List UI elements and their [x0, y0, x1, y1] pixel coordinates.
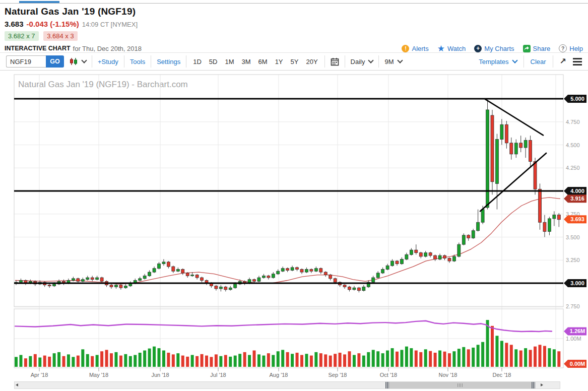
volume-series: [15, 320, 560, 367]
svg-text:4.000: 4.000: [570, 188, 584, 194]
svg-text:Jun '18: Jun '18: [151, 372, 169, 378]
svg-text:1.00M: 1.00M: [566, 336, 581, 342]
scroll-handle-right[interactable]: [532, 382, 535, 388]
svg-text:Natural Gas Jan '19 (NGF19) -: Natural Gas Jan '19 (NGF19) - Barchart.c…: [18, 80, 188, 89]
svg-text:Oct '18: Oct '18: [380, 372, 398, 378]
svg-text:2.750: 2.750: [566, 303, 580, 309]
svg-text:1.26M: 1.26M: [570, 328, 585, 334]
price-axis-labels: 4.7504.5004.2503.7503.5003.2502.7501.00M: [566, 119, 581, 342]
svg-text:Sep '18: Sep '18: [329, 372, 347, 378]
scroll-handle-left[interactable]: [385, 382, 389, 388]
svg-text:Nov '18: Nov '18: [439, 372, 458, 378]
svg-text:4.500: 4.500: [566, 142, 580, 148]
svg-text:5.000: 5.000: [570, 96, 584, 102]
scroll-left-arrow-icon[interactable]: [16, 383, 18, 386]
price-chart-canvas[interactable]: Natural Gas Jan '19 (NGF19) - Barchart.c…: [0, 0, 588, 391]
chart-scrollbar-track[interactable]: [14, 381, 560, 389]
svg-text:0.00M: 0.00M: [570, 361, 585, 367]
chart-scrollbar-thumb[interactable]: [385, 382, 535, 388]
drawn-lines: [14, 99, 563, 283]
scroll-grip-icon: [458, 383, 463, 387]
open-interest-line: [15, 321, 552, 332]
svg-text:3.000: 3.000: [570, 280, 584, 286]
svg-text:May '18: May '18: [89, 372, 108, 378]
scroll-right-arrow-icon[interactable]: [541, 383, 543, 386]
svg-text:Dec '18: Dec '18: [493, 372, 511, 378]
x-axis: Apr '18May '18Jun '18Jul '18Aug '18Sep '…: [31, 368, 511, 378]
svg-text:3.250: 3.250: [566, 257, 580, 263]
svg-text:Jul '18: Jul '18: [210, 372, 226, 378]
svg-text:3.916: 3.916: [570, 196, 584, 202]
svg-text:Apr '18: Apr '18: [31, 372, 48, 378]
chart-watermark: Natural Gas Jan '19 (NGF19) - Barchart.c…: [18, 80, 188, 89]
price-axis-tags: 5.0004.0003.9163.6933.0001.26M0.00M: [564, 95, 586, 368]
svg-text:3.500: 3.500: [566, 234, 580, 240]
svg-text:3.693: 3.693: [570, 216, 584, 222]
svg-text:Aug '18: Aug '18: [270, 372, 288, 378]
candlestick-series: [15, 100, 560, 292]
svg-text:4.750: 4.750: [566, 119, 580, 125]
svg-text:4.250: 4.250: [566, 165, 580, 171]
